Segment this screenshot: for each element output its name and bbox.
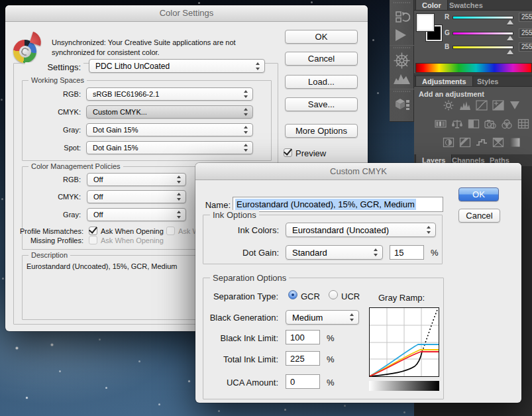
green-slider[interactable] xyxy=(452,32,513,35)
ask-when-opening-label: Ask When Opening xyxy=(101,227,164,235)
cmyk-ok-button[interactable]: OK xyxy=(458,187,499,201)
ws-rgb-label: RGB: xyxy=(25,90,81,98)
channel-mixer-icon[interactable] xyxy=(501,119,513,129)
drag-handle[interactable] xyxy=(394,47,410,48)
red-slider-thumb[interactable] xyxy=(507,20,513,25)
actions-play-icon[interactable] xyxy=(396,29,406,41)
missing-ask-when-opening-checkbox[interactable] xyxy=(89,236,97,244)
name-field-selected-text: Eurostandard (Uncoated), 15%, GCR, Mediu… xyxy=(235,199,416,210)
dot-gain-percent: % xyxy=(431,248,439,258)
blue-slider-label: B xyxy=(445,43,449,50)
uca-amount-percent: % xyxy=(327,378,335,388)
foreground-color-swatch[interactable] xyxy=(417,14,434,31)
total-ink-limit-percent: % xyxy=(327,354,335,364)
color-spectrum-ramp[interactable] xyxy=(415,63,532,73)
drag-handle[interactable] xyxy=(394,2,410,3)
black-ink-limit-field[interactable]: 100 xyxy=(286,330,320,344)
pol-cmyk-label: CMYK: xyxy=(25,193,81,201)
levels-icon[interactable] xyxy=(459,100,471,111)
separation-options-legend: Separation Options xyxy=(210,273,289,283)
settings-label: Settings: xyxy=(25,62,83,74)
photo-filter-icon[interactable] xyxy=(484,119,496,129)
preview-label: Preview xyxy=(295,148,326,158)
ws-gray-popup[interactable]: Dot Gain 15% xyxy=(86,123,253,136)
red-slider[interactable] xyxy=(452,16,513,19)
cancel-button[interactable]: Cancel xyxy=(285,52,358,66)
ink-colors-label: Ink Colors: xyxy=(206,225,279,235)
gradient-map-icon[interactable] xyxy=(509,137,521,148)
ws-cmyk-label: CMYK: xyxy=(25,108,81,116)
color-panel-tabbar: Color Swatches xyxy=(414,0,532,11)
hue-saturation-icon[interactable] xyxy=(435,119,447,129)
pol-gray-popup[interactable]: Off xyxy=(87,208,186,221)
red-value[interactable]: 255 xyxy=(519,13,532,22)
ink-colors-popup[interactable]: Eurostandard (Uncoated) xyxy=(286,223,436,237)
add-adjustment-label: Add an adjustment xyxy=(419,90,484,98)
brightness-contrast-icon[interactable] xyxy=(443,100,454,111)
blue-slider[interactable] xyxy=(452,46,513,49)
tab-styles[interactable]: Styles xyxy=(471,76,504,86)
missing-ask-when-opening-label: Ask When Opening xyxy=(101,236,164,244)
tab-swatches[interactable]: Swatches xyxy=(443,0,489,10)
threshold-icon[interactable] xyxy=(476,137,488,148)
preview-checkbox[interactable] xyxy=(284,148,292,157)
vibrance-icon[interactable] xyxy=(509,100,521,111)
black-generation-label: Black Generation: xyxy=(206,313,278,323)
black-white-icon[interactable] xyxy=(468,119,480,129)
total-ink-limit-field[interactable]: 225 xyxy=(286,351,320,366)
ws-rgb-popup[interactable]: sRGB IEC61966-2.1 xyxy=(86,87,253,101)
working-spaces-legend: Working Spaces xyxy=(28,76,87,84)
blue-slider-thumb[interactable] xyxy=(507,50,513,54)
ws-spot-popup[interactable]: Dot Gain 15% xyxy=(86,141,253,154)
green-slider-thumb[interactable] xyxy=(507,36,513,40)
exposure-icon[interactable] xyxy=(492,100,504,111)
posterize-icon[interactable] xyxy=(459,137,471,148)
uca-amount-label: UCA Amount: xyxy=(206,378,278,388)
custom-cmyk-dialog: Custom CMYK Name: Eurostandard (Uncoated… xyxy=(195,163,521,403)
tab-adjustments[interactable]: Adjustments xyxy=(415,76,473,86)
histogram-panel-icon[interactable] xyxy=(393,72,411,85)
cmyk-cancel-button[interactable]: Cancel xyxy=(458,209,500,223)
ok-button[interactable]: OK xyxy=(285,30,358,44)
properties-panel-icon[interactable] xyxy=(393,96,411,113)
separation-type-label: Separation Type: xyxy=(206,291,278,301)
strip-divider xyxy=(390,89,414,89)
invert-icon[interactable] xyxy=(443,137,454,148)
history-panel-icon[interactable] xyxy=(394,9,410,25)
unsynchronized-color-icon xyxy=(13,33,46,64)
name-field[interactable]: Eurostandard (Uncoated), 15%, GCR, Mediu… xyxy=(233,197,443,212)
ws-gray-label: Gray: xyxy=(25,126,81,134)
dot-gain-value-field[interactable]: 15 xyxy=(390,245,424,260)
color-balance-icon[interactable] xyxy=(451,119,463,129)
navigator-wheel-icon[interactable] xyxy=(393,52,411,70)
drag-handle[interactable] xyxy=(394,91,410,92)
color-settings-titlebar[interactable]: Color Settings xyxy=(5,5,368,22)
gcr-label: GCR xyxy=(301,291,320,301)
dot-gain-popup[interactable]: Standard xyxy=(286,245,383,260)
pol-rgb-label: RGB: xyxy=(25,176,81,183)
gray-ramp-label: Gray Ramp: xyxy=(378,293,425,303)
curves-icon[interactable] xyxy=(476,100,488,111)
dot-gain-label: Dot Gain: xyxy=(206,248,279,258)
save-button[interactable]: Save... xyxy=(285,97,358,111)
green-value[interactable]: 255 xyxy=(519,28,532,38)
selective-color-icon[interactable] xyxy=(492,137,504,148)
blue-value[interactable]: 255 xyxy=(519,42,532,52)
black-generation-popup[interactable]: Medium xyxy=(286,310,359,325)
pol-gray-label: Gray: xyxy=(25,211,81,219)
pol-rgb-popup[interactable]: Off xyxy=(87,173,186,186)
pol-cmyk-popup[interactable]: Off xyxy=(87,190,186,203)
settings-popup[interactable]: PDC Litho UnCoated xyxy=(89,59,265,73)
color-lookup-icon[interactable] xyxy=(517,119,529,129)
load-button[interactable]: Load... xyxy=(285,75,358,89)
gray-ramp-graph xyxy=(369,307,439,377)
more-options-button[interactable]: More Options xyxy=(285,124,358,138)
ucr-radio[interactable] xyxy=(329,290,338,299)
ask-when-pasting-checkbox[interactable] xyxy=(166,227,175,235)
stars xyxy=(0,0,1,1)
ask-when-opening-checkbox[interactable] xyxy=(89,227,97,235)
ws-cmyk-popup[interactable]: Custom CMYK... xyxy=(86,105,253,119)
gcr-radio[interactable] xyxy=(288,290,297,299)
uca-amount-field[interactable]: 0 xyxy=(286,374,320,389)
custom-cmyk-titlebar[interactable]: Custom CMYK xyxy=(195,163,521,180)
